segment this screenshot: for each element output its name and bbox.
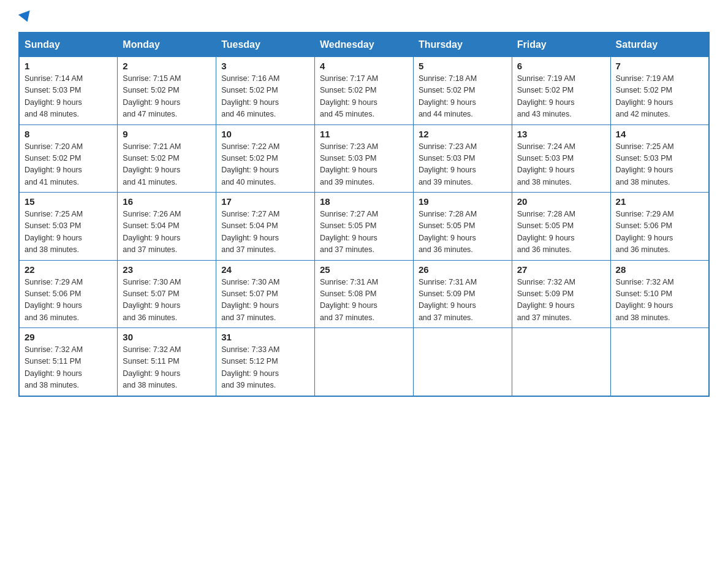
day-number: 10 xyxy=(221,129,309,139)
day-info: Sunrise: 7:27 AMSunset: 5:05 PMDaylight:… xyxy=(320,209,408,256)
calendar-cell: 13Sunrise: 7:24 AMSunset: 5:03 PMDayligh… xyxy=(512,124,610,193)
day-info: Sunrise: 7:32 AMSunset: 5:11 PMDaylight:… xyxy=(123,344,211,392)
calendar-header-monday: Monday xyxy=(118,33,216,57)
calendar-header-thursday: Thursday xyxy=(413,33,512,57)
page-header xyxy=(18,12,710,22)
day-info: Sunrise: 7:25 AMSunset: 5:03 PMDaylight:… xyxy=(616,141,703,189)
calendar-cell: 12Sunrise: 7:23 AMSunset: 5:03 PMDayligh… xyxy=(413,124,512,193)
day-number: 27 xyxy=(517,264,605,275)
day-number: 14 xyxy=(616,129,703,139)
day-info: Sunrise: 7:19 AMSunset: 5:02 PMDaylight:… xyxy=(517,73,605,121)
day-number: 31 xyxy=(221,332,309,342)
day-info: Sunrise: 7:23 AMSunset: 5:03 PMDaylight:… xyxy=(320,141,408,189)
day-info: Sunrise: 7:23 AMSunset: 5:03 PMDaylight:… xyxy=(419,141,507,189)
day-number: 22 xyxy=(25,264,112,275)
day-number: 7 xyxy=(616,61,703,71)
calendar-cell: 6Sunrise: 7:19 AMSunset: 5:02 PMDaylight… xyxy=(512,57,610,125)
calendar-cell: 8Sunrise: 7:20 AMSunset: 5:02 PMDaylight… xyxy=(19,124,118,193)
calendar-header-friday: Friday xyxy=(512,33,610,57)
calendar-cell: 25Sunrise: 7:31 AMSunset: 5:08 PMDayligh… xyxy=(315,260,414,328)
day-number: 18 xyxy=(320,196,408,207)
day-number: 21 xyxy=(616,196,703,207)
day-number: 1 xyxy=(25,61,112,71)
calendar-header-row: SundayMondayTuesdayWednesdayThursdayFrid… xyxy=(19,33,709,57)
day-info: Sunrise: 7:30 AMSunset: 5:07 PMDaylight:… xyxy=(221,277,309,324)
day-info: Sunrise: 7:17 AMSunset: 5:02 PMDaylight:… xyxy=(320,73,408,121)
calendar-cell: 26Sunrise: 7:31 AMSunset: 5:09 PMDayligh… xyxy=(413,260,512,328)
day-info: Sunrise: 7:25 AMSunset: 5:03 PMDaylight:… xyxy=(25,209,112,256)
calendar-cell: 7Sunrise: 7:19 AMSunset: 5:02 PMDaylight… xyxy=(610,57,709,125)
day-number: 5 xyxy=(419,61,507,71)
day-number: 6 xyxy=(517,61,605,71)
day-number: 30 xyxy=(123,332,211,342)
calendar-week-row-2: 8Sunrise: 7:20 AMSunset: 5:02 PMDaylight… xyxy=(19,124,709,193)
day-info: Sunrise: 7:29 AMSunset: 5:06 PMDaylight:… xyxy=(25,277,112,324)
day-number: 24 xyxy=(221,264,309,275)
day-number: 20 xyxy=(517,196,605,207)
calendar-cell: 23Sunrise: 7:30 AMSunset: 5:07 PMDayligh… xyxy=(118,260,216,328)
calendar-cell xyxy=(413,328,512,396)
calendar-cell: 15Sunrise: 7:25 AMSunset: 5:03 PMDayligh… xyxy=(19,193,118,261)
calendar-header-saturday: Saturday xyxy=(610,33,709,57)
day-info: Sunrise: 7:28 AMSunset: 5:05 PMDaylight:… xyxy=(517,209,605,256)
day-number: 15 xyxy=(25,196,112,207)
day-number: 2 xyxy=(123,61,211,71)
calendar-cell: 18Sunrise: 7:27 AMSunset: 5:05 PMDayligh… xyxy=(315,193,414,261)
calendar-cell: 27Sunrise: 7:32 AMSunset: 5:09 PMDayligh… xyxy=(512,260,610,328)
day-info: Sunrise: 7:21 AMSunset: 5:02 PMDaylight:… xyxy=(123,141,211,189)
day-number: 12 xyxy=(419,129,507,139)
calendar-cell: 10Sunrise: 7:22 AMSunset: 5:02 PMDayligh… xyxy=(216,124,315,193)
calendar-cell: 11Sunrise: 7:23 AMSunset: 5:03 PMDayligh… xyxy=(315,124,414,193)
calendar-cell: 3Sunrise: 7:16 AMSunset: 5:02 PMDaylight… xyxy=(216,57,315,125)
day-info: Sunrise: 7:19 AMSunset: 5:02 PMDaylight:… xyxy=(616,73,703,121)
day-info: Sunrise: 7:22 AMSunset: 5:02 PMDaylight:… xyxy=(221,141,309,189)
day-number: 16 xyxy=(123,196,211,207)
calendar-cell: 17Sunrise: 7:27 AMSunset: 5:04 PMDayligh… xyxy=(216,193,315,261)
day-number: 3 xyxy=(221,61,309,71)
calendar-week-row-4: 22Sunrise: 7:29 AMSunset: 5:06 PMDayligh… xyxy=(19,260,709,328)
calendar-cell: 24Sunrise: 7:30 AMSunset: 5:07 PMDayligh… xyxy=(216,260,315,328)
day-info: Sunrise: 7:15 AMSunset: 5:02 PMDaylight:… xyxy=(123,73,211,121)
day-info: Sunrise: 7:32 AMSunset: 5:11 PMDaylight:… xyxy=(25,344,112,392)
day-number: 4 xyxy=(320,61,408,71)
calendar-cell: 14Sunrise: 7:25 AMSunset: 5:03 PMDayligh… xyxy=(610,124,709,193)
day-number: 8 xyxy=(25,129,112,139)
day-number: 29 xyxy=(25,332,112,342)
day-number: 9 xyxy=(123,129,211,139)
day-number: 28 xyxy=(616,264,703,275)
calendar-cell: 2Sunrise: 7:15 AMSunset: 5:02 PMDaylight… xyxy=(118,57,216,125)
day-number: 17 xyxy=(221,196,309,207)
calendar-header-tuesday: Tuesday xyxy=(216,33,315,57)
day-info: Sunrise: 7:32 AMSunset: 5:09 PMDaylight:… xyxy=(517,277,605,324)
calendar-cell: 22Sunrise: 7:29 AMSunset: 5:06 PMDayligh… xyxy=(19,260,118,328)
day-info: Sunrise: 7:30 AMSunset: 5:07 PMDaylight:… xyxy=(123,277,211,324)
day-number: 25 xyxy=(320,264,408,275)
calendar-cell: 21Sunrise: 7:29 AMSunset: 5:06 PMDayligh… xyxy=(610,193,709,261)
day-info: Sunrise: 7:29 AMSunset: 5:06 PMDaylight:… xyxy=(616,209,703,256)
day-number: 13 xyxy=(517,129,605,139)
calendar-cell: 5Sunrise: 7:18 AMSunset: 5:02 PMDaylight… xyxy=(413,57,512,125)
calendar-table: SundayMondayTuesdayWednesdayThursdayFrid… xyxy=(18,32,710,397)
day-info: Sunrise: 7:31 AMSunset: 5:08 PMDaylight:… xyxy=(320,277,408,324)
day-info: Sunrise: 7:14 AMSunset: 5:03 PMDaylight:… xyxy=(25,73,112,121)
calendar-cell: 9Sunrise: 7:21 AMSunset: 5:02 PMDaylight… xyxy=(118,124,216,193)
calendar-cell xyxy=(610,328,709,396)
calendar-cell: 31Sunrise: 7:33 AMSunset: 5:12 PMDayligh… xyxy=(216,328,315,396)
calendar-cell: 4Sunrise: 7:17 AMSunset: 5:02 PMDaylight… xyxy=(315,57,414,125)
day-info: Sunrise: 7:27 AMSunset: 5:04 PMDaylight:… xyxy=(221,209,309,256)
calendar-week-row-3: 15Sunrise: 7:25 AMSunset: 5:03 PMDayligh… xyxy=(19,193,709,261)
day-info: Sunrise: 7:20 AMSunset: 5:02 PMDaylight:… xyxy=(25,141,112,189)
calendar-cell: 28Sunrise: 7:32 AMSunset: 5:10 PMDayligh… xyxy=(610,260,709,328)
calendar-cell: 1Sunrise: 7:14 AMSunset: 5:03 PMDaylight… xyxy=(19,57,118,125)
day-info: Sunrise: 7:18 AMSunset: 5:02 PMDaylight:… xyxy=(419,73,507,121)
day-info: Sunrise: 7:28 AMSunset: 5:05 PMDaylight:… xyxy=(419,209,507,256)
calendar-header-wednesday: Wednesday xyxy=(315,33,414,57)
day-number: 23 xyxy=(123,264,211,275)
day-info: Sunrise: 7:24 AMSunset: 5:03 PMDaylight:… xyxy=(517,141,605,189)
day-info: Sunrise: 7:16 AMSunset: 5:02 PMDaylight:… xyxy=(221,73,309,121)
day-number: 11 xyxy=(320,129,408,139)
day-info: Sunrise: 7:33 AMSunset: 5:12 PMDaylight:… xyxy=(221,344,309,392)
calendar-cell: 29Sunrise: 7:32 AMSunset: 5:11 PMDayligh… xyxy=(19,328,118,396)
logo-triangle-icon xyxy=(18,10,33,24)
day-info: Sunrise: 7:31 AMSunset: 5:09 PMDaylight:… xyxy=(419,277,507,324)
